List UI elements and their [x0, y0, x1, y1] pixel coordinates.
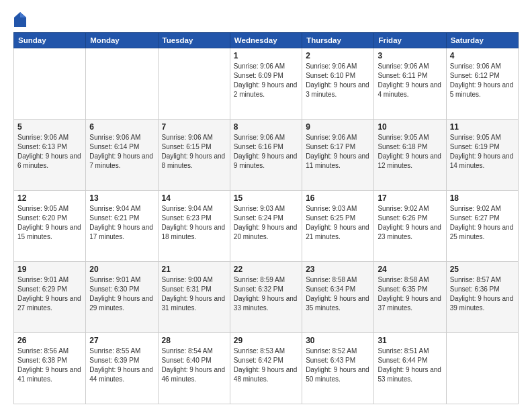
- day-info: Sunrise: 9:04 AM Sunset: 6:21 PM Dayligh…: [89, 204, 154, 242]
- calendar-cell: 6Sunrise: 9:06 AM Sunset: 6:14 PM Daylig…: [86, 120, 158, 191]
- calendar-cell: 26Sunrise: 8:56 AM Sunset: 6:38 PM Dayli…: [14, 333, 86, 404]
- logo: [13, 12, 28, 26]
- calendar-cell: 8Sunrise: 9:06 AM Sunset: 6:16 PM Daylig…: [230, 120, 302, 191]
- calendar-cell: [86, 48, 158, 120]
- day-info: Sunrise: 8:55 AM Sunset: 6:39 PM Dayligh…: [89, 347, 154, 384]
- day-number: 13: [89, 193, 154, 203]
- calendar-cell: [14, 48, 86, 120]
- day-number: 15: [234, 193, 298, 203]
- weekday-header-tuesday: Tuesday: [158, 33, 230, 48]
- day-info: Sunrise: 9:03 AM Sunset: 6:24 PM Dayligh…: [234, 204, 298, 242]
- day-info: Sunrise: 9:06 AM Sunset: 6:13 PM Dayligh…: [17, 133, 82, 171]
- calendar-cell: 7Sunrise: 9:06 AM Sunset: 6:15 PM Daylig…: [158, 120, 230, 191]
- calendar-cell: 2Sunrise: 9:06 AM Sunset: 6:10 PM Daylig…: [302, 48, 374, 120]
- day-number: 24: [378, 265, 442, 274]
- day-info: Sunrise: 9:06 AM Sunset: 6:11 PM Dayligh…: [378, 62, 442, 99]
- day-info: Sunrise: 9:02 AM Sunset: 6:26 PM Dayligh…: [378, 204, 442, 242]
- day-number: 6: [89, 122, 154, 132]
- day-number: 18: [450, 193, 515, 203]
- calendar-cell: 12Sunrise: 9:05 AM Sunset: 6:20 PM Dayli…: [14, 191, 86, 262]
- calendar-cell: 23Sunrise: 8:58 AM Sunset: 6:34 PM Dayli…: [302, 262, 374, 333]
- calendar-cell: 21Sunrise: 9:00 AM Sunset: 6:31 PM Dayli…: [158, 262, 230, 333]
- day-info: Sunrise: 8:54 AM Sunset: 6:40 PM Dayligh…: [162, 347, 226, 384]
- day-number: 3: [378, 51, 442, 60]
- day-info: Sunrise: 8:53 AM Sunset: 6:42 PM Dayligh…: [234, 347, 298, 384]
- calendar-cell: 24Sunrise: 8:58 AM Sunset: 6:35 PM Dayli…: [374, 262, 446, 333]
- day-info: Sunrise: 9:02 AM Sunset: 6:27 PM Dayligh…: [450, 204, 515, 242]
- day-number: 19: [17, 265, 82, 274]
- calendar-cell: 22Sunrise: 8:59 AM Sunset: 6:32 PM Dayli…: [230, 262, 302, 333]
- day-number: 17: [378, 193, 442, 203]
- calendar-cell: 25Sunrise: 8:57 AM Sunset: 6:36 PM Dayli…: [446, 262, 518, 333]
- day-info: Sunrise: 8:59 AM Sunset: 6:32 PM Dayligh…: [234, 275, 298, 313]
- day-number: 2: [306, 51, 370, 60]
- header: [13, 12, 519, 26]
- day-info: Sunrise: 9:00 AM Sunset: 6:31 PM Dayligh…: [162, 275, 226, 313]
- calendar-cell: 30Sunrise: 8:52 AM Sunset: 6:43 PM Dayli…: [302, 333, 374, 404]
- day-info: Sunrise: 9:05 AM Sunset: 6:19 PM Dayligh…: [450, 133, 515, 171]
- week-row-5: 26Sunrise: 8:56 AM Sunset: 6:38 PM Dayli…: [14, 333, 519, 404]
- day-info: Sunrise: 8:51 AM Sunset: 6:44 PM Dayligh…: [378, 347, 442, 384]
- day-info: Sunrise: 9:06 AM Sunset: 6:16 PM Dayligh…: [234, 133, 298, 171]
- calendar-cell: 18Sunrise: 9:02 AM Sunset: 6:27 PM Dayli…: [446, 191, 518, 262]
- day-info: Sunrise: 9:06 AM Sunset: 6:12 PM Dayligh…: [450, 62, 515, 99]
- day-number: 30: [306, 336, 370, 345]
- calendar-cell: [446, 333, 518, 404]
- weekday-header-saturday: Saturday: [446, 33, 518, 48]
- day-number: 5: [17, 122, 82, 132]
- day-number: 9: [306, 122, 370, 132]
- calendar-cell: 1Sunrise: 9:06 AM Sunset: 6:09 PM Daylig…: [230, 48, 302, 120]
- day-number: 22: [234, 265, 298, 274]
- calendar: SundayMondayTuesdayWednesdayThursdayFrid…: [13, 32, 519, 404]
- day-number: 26: [17, 336, 82, 345]
- day-info: Sunrise: 9:06 AM Sunset: 6:14 PM Dayligh…: [89, 133, 154, 171]
- day-info: Sunrise: 9:03 AM Sunset: 6:25 PM Dayligh…: [306, 204, 370, 242]
- day-info: Sunrise: 8:58 AM Sunset: 6:34 PM Dayligh…: [306, 275, 370, 313]
- day-number: 27: [89, 336, 154, 345]
- day-number: 23: [306, 265, 370, 274]
- svg-marker-1: [20, 12, 26, 17]
- day-number: 1: [234, 51, 298, 60]
- day-info: Sunrise: 9:05 AM Sunset: 6:20 PM Dayligh…: [17, 204, 82, 242]
- week-row-4: 19Sunrise: 9:01 AM Sunset: 6:29 PM Dayli…: [14, 262, 519, 333]
- day-info: Sunrise: 9:06 AM Sunset: 6:10 PM Dayligh…: [306, 62, 370, 99]
- calendar-cell: 11Sunrise: 9:05 AM Sunset: 6:19 PM Dayli…: [446, 120, 518, 191]
- weekday-header-wednesday: Wednesday: [230, 33, 302, 48]
- week-row-1: 1Sunrise: 9:06 AM Sunset: 6:09 PM Daylig…: [14, 48, 519, 120]
- day-number: 31: [378, 336, 442, 345]
- calendar-cell: 19Sunrise: 9:01 AM Sunset: 6:29 PM Dayli…: [14, 262, 86, 333]
- day-info: Sunrise: 9:06 AM Sunset: 6:09 PM Dayligh…: [234, 62, 298, 99]
- day-info: Sunrise: 8:57 AM Sunset: 6:36 PM Dayligh…: [450, 275, 515, 313]
- logo-icon: [14, 12, 26, 27]
- calendar-cell: 5Sunrise: 9:06 AM Sunset: 6:13 PM Daylig…: [14, 120, 86, 191]
- day-number: 4: [450, 51, 515, 60]
- day-info: Sunrise: 8:58 AM Sunset: 6:35 PM Dayligh…: [378, 275, 442, 313]
- week-row-2: 5Sunrise: 9:06 AM Sunset: 6:13 PM Daylig…: [14, 120, 519, 191]
- weekday-header-row: SundayMondayTuesdayWednesdayThursdayFrid…: [14, 33, 519, 48]
- calendar-cell: 31Sunrise: 8:51 AM Sunset: 6:44 PM Dayli…: [374, 333, 446, 404]
- calendar-cell: 10Sunrise: 9:05 AM Sunset: 6:18 PM Dayli…: [374, 120, 446, 191]
- calendar-cell: 28Sunrise: 8:54 AM Sunset: 6:40 PM Dayli…: [158, 333, 230, 404]
- calendar-cell: 4Sunrise: 9:06 AM Sunset: 6:12 PM Daylig…: [446, 48, 518, 120]
- calendar-body: 1Sunrise: 9:06 AM Sunset: 6:09 PM Daylig…: [14, 48, 519, 404]
- page: SundayMondayTuesdayWednesdayThursdayFrid…: [0, 0, 532, 411]
- day-number: 16: [306, 193, 370, 203]
- day-info: Sunrise: 9:04 AM Sunset: 6:23 PM Dayligh…: [162, 204, 226, 242]
- calendar-cell: 29Sunrise: 8:53 AM Sunset: 6:42 PM Dayli…: [230, 333, 302, 404]
- calendar-cell: 14Sunrise: 9:04 AM Sunset: 6:23 PM Dayli…: [158, 191, 230, 262]
- day-info: Sunrise: 9:06 AM Sunset: 6:17 PM Dayligh…: [306, 133, 370, 171]
- day-info: Sunrise: 9:01 AM Sunset: 6:29 PM Dayligh…: [17, 275, 82, 313]
- day-info: Sunrise: 9:01 AM Sunset: 6:30 PM Dayligh…: [89, 275, 154, 313]
- day-number: 20: [89, 265, 154, 274]
- day-info: Sunrise: 9:05 AM Sunset: 6:18 PM Dayligh…: [378, 133, 442, 171]
- day-number: 12: [17, 193, 82, 203]
- day-info: Sunrise: 9:06 AM Sunset: 6:15 PM Dayligh…: [162, 133, 226, 171]
- calendar-cell: 20Sunrise: 9:01 AM Sunset: 6:30 PM Dayli…: [86, 262, 158, 333]
- day-number: 29: [234, 336, 298, 345]
- calendar-cell: 15Sunrise: 9:03 AM Sunset: 6:24 PM Dayli…: [230, 191, 302, 262]
- day-number: 10: [378, 122, 442, 132]
- calendar-cell: 9Sunrise: 9:06 AM Sunset: 6:17 PM Daylig…: [302, 120, 374, 191]
- calendar-cell: 27Sunrise: 8:55 AM Sunset: 6:39 PM Dayli…: [86, 333, 158, 404]
- day-number: 25: [450, 265, 515, 274]
- weekday-header-friday: Friday: [374, 33, 446, 48]
